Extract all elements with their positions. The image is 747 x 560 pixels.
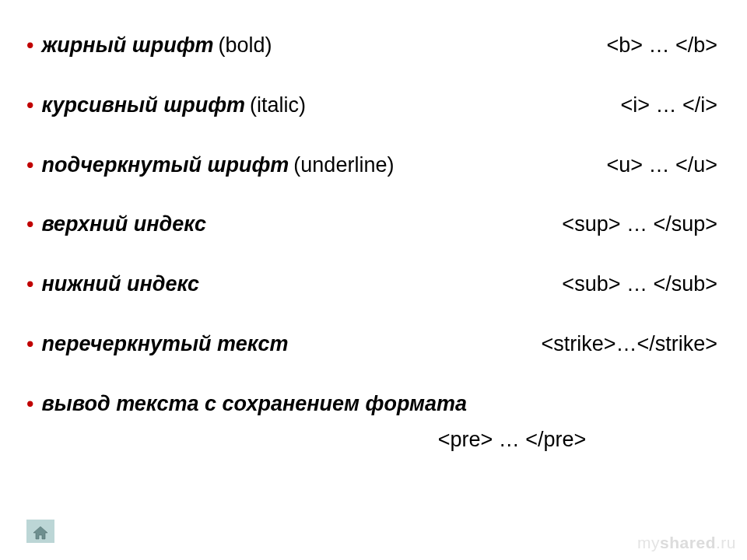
item-paren: (bold) [219, 33, 272, 59]
item-label: перечеркнутый текст [41, 331, 288, 358]
bullet-icon: • [26, 331, 33, 358]
list-item: • курсивный шрифт (italic) <i> … </i> [26, 93, 721, 119]
item-label: жирный шрифт [41, 33, 213, 59]
bullet-icon: • [26, 212, 33, 238]
list-item: • жирный шрифт (bold) <b> … </b> [26, 33, 721, 59]
list-item: • верхний индекс <sup> … </sup> [26, 212, 721, 238]
list-item: • вывод текста с сохранением формата [26, 391, 721, 418]
item-label: подчеркнутый шрифт [41, 152, 289, 179]
bullet-icon: • [26, 391, 33, 418]
home-button[interactable] [26, 520, 54, 543]
watermark-part2: shared [660, 534, 716, 551]
bullet-icon: • [26, 33, 33, 59]
pre-code-line: <pre> … </pre> [26, 428, 721, 452]
tag-list: • жирный шрифт (bold) <b> … </b> • курси… [26, 33, 721, 417]
item-label: нижний индекс [41, 271, 199, 298]
item-paren: (italic) [250, 93, 306, 119]
item-code: <sub> … </sub> [562, 271, 721, 298]
list-item: • подчеркнутый шрифт (underline) <u> … <… [26, 152, 721, 179]
item-label: верхний индекс [41, 212, 206, 238]
item-code: <strike>…</strike> [541, 331, 721, 358]
item-label: вывод текста с сохранением формата [41, 391, 467, 418]
slide: • жирный шрифт (bold) <b> … </b> • курси… [0, 0, 747, 560]
item-label: курсивный шрифт [41, 93, 245, 119]
item-code: <u> … </u> [606, 152, 721, 179]
watermark: myshared.ru [637, 534, 736, 552]
item-code: <pre> … </pre> [438, 428, 590, 452]
item-code: <i> … </i> [620, 93, 721, 119]
list-item: • нижний индекс <sub> … </sub> [26, 271, 721, 298]
item-paren: (underline) [293, 152, 394, 179]
watermark-part1: my [637, 534, 660, 551]
item-code: <b> … </b> [606, 33, 721, 59]
watermark-part3: .ru [716, 534, 736, 551]
item-code: <sup> … </sup> [562, 212, 721, 238]
home-icon [32, 525, 49, 541]
bullet-icon: • [26, 152, 33, 179]
bullet-icon: • [26, 271, 33, 298]
bullet-icon: • [26, 93, 33, 119]
list-item: • перечеркнутый текст <strike>…</strike> [26, 331, 721, 358]
